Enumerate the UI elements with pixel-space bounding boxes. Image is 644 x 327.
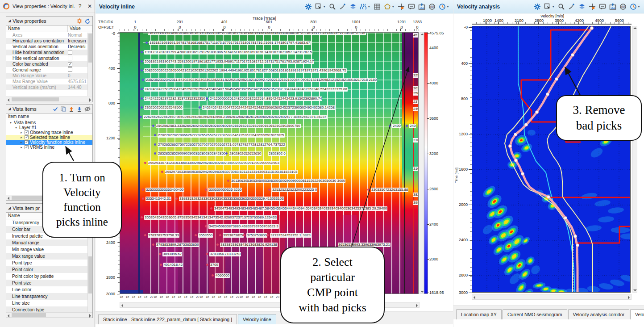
move-down-icon[interactable] <box>76 106 83 112</box>
velocity-value-label[interactable]: 3303350723263155.88 <box>371 188 408 192</box>
collapse-icon[interactable]: ◢ <box>8 206 11 210</box>
property-row[interactable]: Vertical scale (ms/cm)144.40 <box>6 84 87 90</box>
tab-location-map-xy[interactable]: Location map XY <box>456 309 502 319</box>
window-titlebar[interactable]: View properties : Velocity inl... ? ✕ <box>0 0 95 13</box>
pick-icon[interactable] <box>339 3 346 10</box>
settings-icon[interactable] <box>534 3 541 10</box>
tree-item-observing-trace-inline[interactable]: ▸✓Observing trace inline <box>6 130 92 135</box>
pick-point[interactable] <box>144 234 146 236</box>
pick-point[interactable] <box>206 264 208 266</box>
vista-items-header[interactable]: ◢ Vista items <box>6 105 92 113</box>
velocity-value-label[interactable]: 3893896.67 <box>162 252 182 256</box>
pick-point[interactable] <box>161 171 163 173</box>
tab-velocity-inline[interactable]: Velocity inline <box>238 314 276 324</box>
pick-point[interactable] <box>159 253 161 255</box>
clone-item-icon[interactable] <box>60 106 66 112</box>
collapse-icon[interactable]: ◢ <box>8 19 11 23</box>
property-row[interactable]: AxesNormal <box>6 32 87 38</box>
grid-icon[interactable] <box>374 3 381 10</box>
checkbox[interactable] <box>68 56 72 60</box>
velocity-value-label[interactable]: 3423450633873880.43833793766703623 3 <box>208 224 279 229</box>
pick-point[interactable] <box>225 152 228 155</box>
velocity-value-label[interactable]: 4014018.42 <box>163 263 183 267</box>
zoom-icon[interactable] <box>558 3 565 10</box>
velocity-value-label[interactable]: 2802802652652650 <box>229 151 262 156</box>
velocity-value-label[interactable]: 2952973033050053052942902983053073083.52… <box>165 170 298 174</box>
pick-point[interactable] <box>547 195 550 198</box>
velocity-value-label[interactable]: 2502562583.33362602602402502602600602642… <box>156 124 301 128</box>
item-property-row[interactable]: Manual range <box>6 239 87 246</box>
pick-point[interactable] <box>576 243 579 247</box>
pick-point[interactable] <box>546 92 549 96</box>
pick-point[interactable] <box>564 216 567 219</box>
snapshot-icon[interactable] <box>418 3 425 10</box>
checkbox[interactable]: ✓ <box>25 140 29 144</box>
checkbox[interactable] <box>68 67 72 72</box>
velocity-value-label[interactable]: 2702652662750722652702702702702662721.05… <box>158 143 286 147</box>
plot-vertical-scrollbar[interactable] <box>420 32 424 294</box>
item-property-row[interactable]: Min range value <box>6 246 87 253</box>
layers-icon[interactable] <box>349 3 357 10</box>
apply-settings-icon[interactable] <box>76 18 83 24</box>
property-row[interactable]: Color bar enabled✓ <box>6 61 87 67</box>
checkbox[interactable] <box>68 50 72 54</box>
expander-icon[interactable]: ▾ <box>14 126 18 130</box>
velocity-value-label[interactable]: 2442422532372282.35372352352350 <box>144 96 206 101</box>
pick-point[interactable] <box>367 189 370 191</box>
tab-current-nmo-seismogram[interactable]: Current NMO seismogram <box>503 309 567 319</box>
velocity-value-label[interactable]: 2082050520220205004210210203201202202 19… <box>144 68 347 73</box>
velocity-analysis-titlebar[interactable]: Velocity analysis ▼@▼ <box>453 0 644 13</box>
pick-point[interactable] <box>141 88 143 90</box>
tree-item-velocity-function-picks-inline[interactable]: ▸✓Velocity function picks inline <box>6 140 92 145</box>
velocity-value-label[interactable]: 3553543543553605.87593503453413413473542… <box>144 215 277 220</box>
pick-point[interactable] <box>141 51 143 53</box>
close-button[interactable]: ✕ <box>85 3 95 9</box>
pick-point[interactable] <box>199 106 201 109</box>
pick-point[interactable] <box>154 143 156 146</box>
crosshair-icon[interactable] <box>398 3 405 10</box>
pick-point[interactable] <box>555 77 558 80</box>
pick-point[interactable] <box>590 26 593 29</box>
velocity-value-label[interactable]: 3753753800 <box>246 233 267 238</box>
velocity-value-label[interactable]: 3253333353353400400 <box>145 188 184 192</box>
pick-point[interactable] <box>227 180 229 182</box>
tree-item-vrms-inline[interactable]: ▸✓VRMS inline <box>6 145 92 150</box>
pick-point[interactable] <box>141 216 143 218</box>
layers-icon[interactable] <box>578 3 586 10</box>
semblance-plot[interactable] <box>472 26 631 293</box>
item-property-row[interactable]: Line transparency <box>6 293 87 300</box>
view-properties-header[interactable]: ◢ View properties <box>6 17 92 25</box>
reset-undo-icon[interactable] <box>84 18 91 24</box>
velocity-value-label[interactable]: 3553550 <box>198 233 213 238</box>
pick-point[interactable] <box>212 274 214 277</box>
property-row[interactable]: Vertical axis orientationDecreasi <box>6 44 87 50</box>
plot-horizontal-scrollbar[interactable] <box>472 294 632 300</box>
pick-point[interactable] <box>175 197 178 200</box>
pick-point[interactable] <box>140 116 142 118</box>
velocity-inline-titlebar[interactable]: Velocity inline ▼▼▼@▼ <box>96 0 453 13</box>
comment-icon[interactable] <box>599 3 606 10</box>
property-row[interactable]: Min Range Value0 <box>6 73 87 79</box>
expander-icon[interactable]: ▾ <box>9 121 12 125</box>
item-property-row[interactable]: Max range value <box>6 253 87 260</box>
item-property-row[interactable]: Point color by palette <box>6 273 87 280</box>
property-row[interactable]: Hide horizontal annotation <box>6 50 87 55</box>
pick-point[interactable] <box>152 243 154 246</box>
pick-point[interactable] <box>389 125 391 127</box>
expander-icon[interactable]: ▸ <box>20 141 23 144</box>
pick-point[interactable] <box>205 189 207 191</box>
pick-point[interactable] <box>152 125 154 127</box>
pick-point[interactable] <box>571 53 574 56</box>
velocity-value-label[interactable]: 1851821691691.59781781681681751711673.67… <box>149 41 311 45</box>
tab-velocity-analysis-corridor[interactable]: Velocity analysis corridor <box>568 309 630 319</box>
velocity-value-label[interactable]: 240 <box>409 124 416 128</box>
velocity-value-label[interactable]: 2802802 6 <box>268 151 286 156</box>
hide-item-icon[interactable] <box>84 106 91 112</box>
expander-icon[interactable]: ▸ <box>20 136 23 139</box>
velocity-value-label[interactable]: 2402452432450472502442452452482550602602… <box>202 105 335 110</box>
pick-point[interactable] <box>219 234 221 236</box>
crosshair-icon[interactable] <box>589 3 596 10</box>
horizontal-scrollbar[interactable] <box>6 312 92 318</box>
velocity-value-label[interactable]: 4060060 <box>215 273 230 278</box>
select-icon[interactable]: ▼ <box>315 3 326 10</box>
